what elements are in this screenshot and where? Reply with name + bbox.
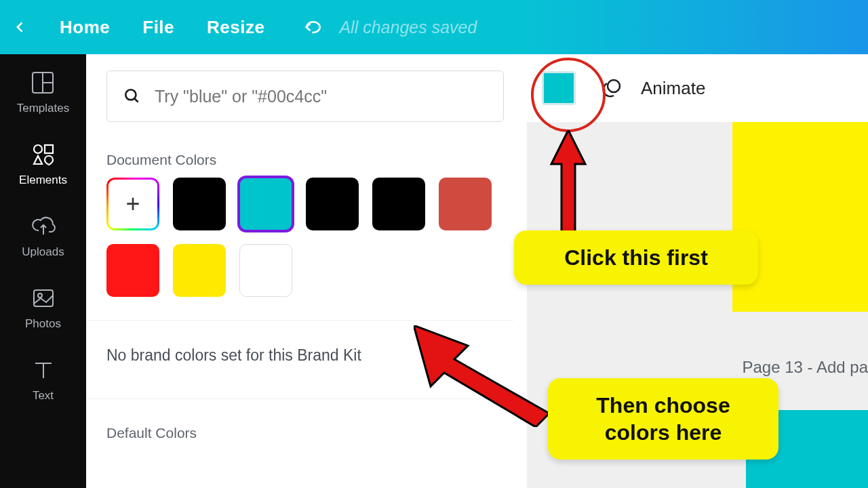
canvas-shape-yellow[interactable] (732, 122, 868, 312)
annotation-arrow (414, 325, 549, 427)
annotation-arrow (548, 130, 589, 232)
svg-point-11 (125, 89, 136, 100)
divider (86, 320, 513, 321)
document-colors-grid: + (106, 178, 513, 297)
sidebar-item-photos[interactable]: Photos (25, 286, 61, 331)
animate-button[interactable]: Animate (641, 78, 705, 99)
color-swatch[interactable] (173, 244, 226, 297)
elements-icon (31, 142, 56, 167)
nav-resize[interactable]: Resize (207, 17, 264, 38)
color-swatch[interactable] (239, 178, 292, 230)
sidebar-item-label: Templates (17, 102, 69, 115)
nav-home[interactable]: Home (60, 17, 110, 38)
color-swatch[interactable] (306, 178, 359, 230)
sidebar-item-elements[interactable]: Elements (19, 142, 67, 187)
svg-marker-5 (34, 156, 42, 164)
save-status: All changes saved (339, 18, 477, 37)
color-search-input[interactable] (155, 87, 487, 106)
context-toolbar: Animate (527, 54, 868, 122)
sidebar-item-text[interactable]: Text (31, 358, 56, 403)
plus-icon: + (108, 180, 157, 228)
back-icon[interactable] (14, 20, 27, 34)
add-color-swatch[interactable]: + (106, 178, 159, 230)
fill-color-button-wrap (535, 64, 583, 112)
annotation-callout: Click this first (514, 230, 758, 285)
svg-point-3 (34, 145, 42, 153)
undo-area: All changes saved (304, 18, 477, 37)
sidebar-item-label: Elements (19, 174, 67, 187)
color-swatch[interactable] (439, 178, 492, 230)
photos-icon (31, 286, 56, 310)
svg-rect-4 (45, 145, 53, 153)
templates-icon (31, 70, 55, 95)
animate-icon[interactable] (601, 78, 622, 98)
svg-marker-15 (414, 325, 549, 427)
undo-icon[interactable] (304, 20, 323, 35)
page-label[interactable]: Page 13 - Add pa (743, 358, 868, 377)
color-swatch[interactable] (372, 178, 425, 230)
annotation-callout: Then choose colors here (548, 378, 778, 460)
color-swatch[interactable] (173, 178, 226, 230)
sidebar-item-label: Photos (25, 317, 61, 331)
svg-marker-14 (551, 130, 585, 232)
nav-file[interactable]: File (142, 17, 174, 38)
uploads-icon (31, 214, 56, 239)
search-icon (123, 87, 141, 105)
left-sidebar: Templates Elements Uploads Photos Text (0, 54, 86, 488)
default-colors-heading: Default Colors (106, 425, 513, 441)
text-icon (31, 358, 56, 382)
color-search[interactable] (106, 70, 504, 122)
sidebar-item-label: Uploads (22, 245, 64, 259)
sidebar-item-label: Text (33, 389, 54, 403)
document-colors-heading: Document Colors (106, 152, 513, 168)
top-bar: Home File Resize All changes saved (0, 0, 868, 54)
sidebar-item-templates[interactable]: Templates (17, 70, 69, 115)
svg-point-13 (608, 80, 620, 92)
sidebar-item-uploads[interactable]: Uploads (22, 214, 64, 259)
svg-point-8 (38, 293, 42, 298)
color-swatch[interactable] (239, 244, 292, 297)
color-swatch[interactable] (106, 244, 159, 297)
fill-color-button[interactable] (542, 71, 576, 105)
svg-line-12 (134, 98, 138, 102)
